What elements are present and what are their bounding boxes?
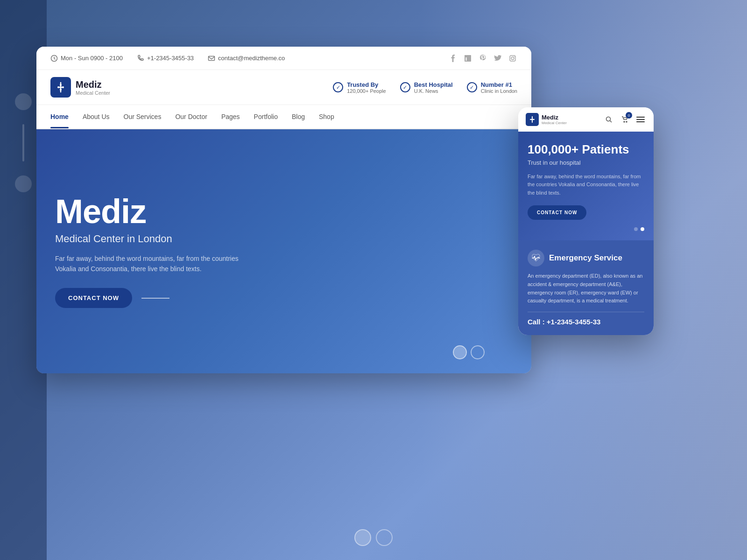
nav-doctor[interactable]: Our Doctor — [175, 106, 207, 127]
mobile-logo-icon — [526, 113, 539, 126]
twitter-icon[interactable] — [493, 54, 502, 63]
email-icon — [208, 55, 215, 62]
mobile-dot-2[interactable] — [641, 227, 644, 231]
hours-text: Mon - Sun 0900 - 2100 — [61, 55, 123, 62]
mobile-logo-text: Mediz Medical Center — [542, 114, 567, 125]
mobile-hero-description: Far far away, behind the word mountains,… — [528, 173, 644, 197]
nav-home[interactable]: Home — [50, 106, 69, 127]
badge-number-label: Number #1 — [481, 81, 517, 88]
hero-divider-line — [141, 298, 169, 299]
emergency-description: An emergency department (ED), also known… — [528, 272, 644, 305]
hours-item: Mon - Sun 0900 - 2100 — [50, 55, 123, 62]
email-item: contact@mediztheme.co — [208, 55, 285, 62]
logo-text: Mediz Medical Center — [76, 79, 110, 96]
facebook-icon[interactable] — [448, 54, 458, 63]
instagram-icon[interactable] — [508, 54, 517, 63]
phone-text: +1-2345-3455-33 — [147, 55, 194, 62]
heartbeat-icon — [531, 253, 541, 263]
phone-icon — [137, 55, 144, 62]
linkedin-icon[interactable] — [463, 54, 472, 63]
badge-number-text: Number #1 Clinic in London — [481, 81, 517, 94]
nav-portfolio[interactable]: Portfolio — [254, 106, 278, 127]
badge-trusted-sublabel: 120,000+ People — [347, 88, 386, 94]
mobile-search-button[interactable] — [603, 114, 614, 125]
logo-icon — [50, 77, 71, 98]
mobile-menu-button[interactable] — [635, 114, 646, 125]
mobile-hero-section: 100,000+ Patients Trust in our hospital … — [518, 132, 654, 240]
nav-services[interactable]: Our Services — [124, 106, 162, 127]
svg-point-10 — [532, 120, 533, 121]
emergency-call: Call : +1-2345-3455-33 — [528, 312, 644, 326]
bottom-pagination — [354, 529, 393, 546]
phone-item: +1-2345-3455-33 — [137, 55, 194, 62]
social-icons-row — [448, 54, 517, 63]
email-text: contact@mediztheme.co — [218, 55, 285, 62]
svg-point-8 — [62, 86, 64, 88]
top-bar: Mon - Sun 0900 - 2100 +1-2345-3455-33 co… — [36, 47, 531, 70]
check-icon-2: ✓ — [400, 82, 410, 92]
mobile-dot-nav — [528, 227, 644, 231]
svg-point-4 — [514, 56, 515, 57]
nav-shop[interactable]: Shop — [319, 106, 334, 127]
hero-subtitle: Medical Center in London — [55, 233, 251, 245]
badge-hospital: ✓ Best Hospital U.K. News — [400, 81, 453, 94]
mobile-logo-name: Mediz — [542, 114, 567, 121]
mobile-hero-title: 100,000+ Patients — [528, 143, 644, 156]
svg-point-13 — [606, 117, 611, 121]
hero-actions: CONTACT NOW — [55, 288, 251, 308]
mobile-dot-1[interactable] — [634, 227, 638, 231]
hero-contact-button[interactable]: CONTACT NOW — [55, 288, 132, 308]
badge-hospital-text: Best Hospital U.K. News — [414, 81, 453, 94]
nav-items-list: Home About Us Our Services Our Doctor Pa… — [50, 106, 334, 127]
mobile-header-right: 0 — [603, 114, 646, 125]
hero-title: Mediz — [55, 195, 251, 228]
mobile-logo-subtitle: Medical Center — [542, 121, 567, 125]
hamburger-icon — [636, 117, 645, 122]
bottom-dot-1[interactable] — [354, 529, 371, 546]
mobile-header: Mediz Medical Center 0 — [518, 107, 654, 132]
pinterest-icon[interactable] — [478, 54, 487, 63]
hero-description: Far far away, behind the word mountains,… — [55, 253, 251, 274]
mobile-contact-button[interactable]: CONTACT NOW — [528, 205, 586, 220]
svg-point-5 — [60, 84, 62, 86]
blur-circle-1 — [15, 93, 32, 110]
mobile-window: Mediz Medical Center 0 — [518, 107, 654, 335]
mobile-hero-subtitle: Trust in our hospital — [528, 159, 644, 166]
header-badges: ✓ Trusted By 120,000+ People ✓ Best Hosp… — [333, 81, 517, 94]
svg-rect-1 — [209, 56, 215, 60]
mediz-logo-svg — [55, 81, 67, 93]
mobile-logo-svg — [529, 116, 536, 123]
badge-number: ✓ Number #1 Clinic in London — [467, 81, 517, 94]
svg-point-3 — [511, 57, 514, 60]
emergency-icon — [528, 250, 544, 266]
hero-content: Mediz Medical Center in London Far far a… — [55, 195, 251, 308]
bottom-dot-2[interactable] — [376, 529, 393, 546]
badge-trusted-text: Trusted By 120,000+ People — [347, 81, 386, 94]
badge-hospital-label: Best Hospital — [414, 81, 453, 88]
header: Mediz Medical Center ✓ Trusted By 120,00… — [36, 70, 531, 105]
logo-area: Mediz Medical Center — [50, 77, 110, 98]
logo-subtitle: Medical Center — [76, 90, 110, 96]
hero-dot-2[interactable] — [471, 345, 485, 359]
clock-icon — [50, 55, 58, 62]
hero-dot-nav — [453, 345, 485, 359]
logo-name: Mediz — [76, 79, 110, 90]
svg-point-15 — [626, 121, 627, 122]
main-nav: Home About Us Our Services Our Doctor Pa… — [36, 105, 531, 129]
nav-about[interactable]: About Us — [83, 106, 110, 127]
nav-blog[interactable]: Blog — [292, 106, 305, 127]
badge-trusted: ✓ Trusted By 120,000+ People — [333, 81, 386, 94]
nav-pages[interactable]: Pages — [221, 106, 240, 127]
mobile-cart-button[interactable]: 0 — [619, 114, 630, 125]
blur-line-1 — [22, 124, 24, 161]
svg-point-12 — [533, 119, 534, 120]
svg-point-7 — [57, 86, 59, 88]
hero-dot-1[interactable] — [453, 345, 467, 359]
top-bar-left: Mon - Sun 0900 - 2100 +1-2345-3455-33 co… — [50, 55, 285, 62]
cart-badge: 0 — [626, 112, 632, 119]
badge-hospital-sublabel: U.K. News — [414, 88, 453, 94]
emergency-header: Emergency Service — [528, 250, 644, 266]
svg-point-6 — [60, 89, 62, 91]
svg-rect-2 — [510, 56, 515, 61]
svg-point-11 — [530, 119, 531, 120]
